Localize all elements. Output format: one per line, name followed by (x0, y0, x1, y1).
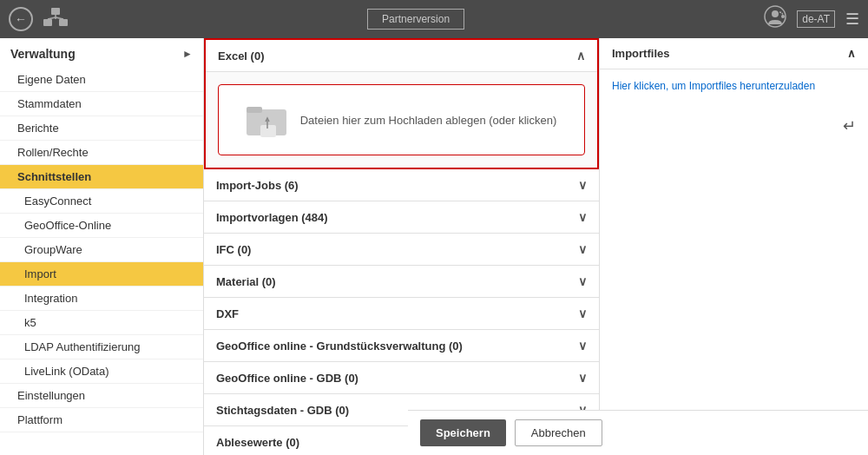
return-icon[interactable]: ↵ (600, 109, 868, 142)
accordion-geooffice-grundstueck-label: GeoOffice online - Grundstücksverwaltung… (216, 340, 463, 353)
accordion-excel-body: Dateien hier zum Hochladen ablegen (oder… (206, 72, 597, 168)
header: ← Partnerversion de-AT ☰ (0, 0, 868, 38)
sidebar-item-groupware[interactable]: GroupWare (0, 238, 203, 262)
chevron-down-icon: ∨ (578, 210, 587, 224)
sidebar-item-livelink[interactable]: LiveLink (OData) (0, 359, 203, 384)
svg-point-8 (781, 15, 785, 18)
layout: Verwaltung ► Eigene Daten Stammdaten Ber… (0, 38, 868, 455)
save-button[interactable]: Speichern (420, 419, 506, 446)
sidebar-item-ldap[interactable]: LDAP Authentifizierung (0, 335, 203, 359)
chevron-down-icon: ∨ (578, 242, 587, 256)
accordion-geooffice-gdb-label: GeoOffice online - GDB (0) (216, 372, 358, 385)
chevron-down-icon: ∨ (578, 178, 587, 192)
importfiles-body: Hier klicken, um Importfiles herunterzul… (600, 69, 868, 109)
svg-rect-0 (51, 8, 60, 15)
svg-point-7 (772, 10, 779, 17)
accordion-excel-label: Excel (0) (218, 49, 264, 63)
accordion-ablesewerte-label: Ablesewerte (0) (216, 436, 299, 449)
accordion-geooffice-grundstueck-header[interactable]: GeoOffice online - Grundstücksverwaltung… (204, 330, 599, 361)
sidebar-item-integration[interactable]: Integration (0, 287, 203, 311)
bottom-bar: Speichern Abbrechen (408, 410, 868, 455)
svg-line-5 (56, 17, 63, 19)
sidebar-item-eigene-daten[interactable]: Eigene Daten (0, 68, 203, 92)
svg-line-4 (48, 17, 56, 19)
back-button[interactable]: ← (9, 7, 33, 31)
org-icon (43, 8, 68, 31)
sidebar-item-rollen-rechte[interactable]: Rollen/Rechte (0, 141, 203, 165)
accordion-importvorlagen: Importvorlagen (484) ∨ (204, 201, 599, 234)
importfiles-download-link[interactable]: Hier klicken, um Importfiles herunterzul… (612, 80, 856, 92)
chevron-down-icon: ∨ (578, 371, 587, 385)
sidebar: Verwaltung ► Eigene Daten Stammdaten Ber… (0, 38, 204, 455)
hamburger-icon[interactable]: ☰ (845, 10, 859, 29)
sidebar-item-plattform[interactable]: Plattform (0, 408, 203, 432)
user-icon (764, 5, 786, 33)
accordion-dxf-header[interactable]: DXF ∨ (204, 298, 599, 329)
accordion-geooffice-grundstueck: GeoOffice online - Grundstücksverwaltung… (204, 330, 599, 362)
importfiles-panel: Importfiles ∧ Hier klicken, um Importfil… (599, 38, 868, 455)
language-badge: de-AT (797, 10, 835, 28)
sidebar-item-k5[interactable]: k5 (0, 311, 203, 335)
chevron-up-importfiles-icon: ∧ (847, 47, 856, 60)
header-right: de-AT ☰ (764, 5, 859, 33)
accordion-dxf-label: DXF (216, 307, 239, 320)
accordion-import-jobs-label: Import-Jobs (6) (216, 179, 299, 192)
accordion-ifc-header[interactable]: IFC (0) ∨ (204, 234, 599, 265)
sidebar-item-stammdaten[interactable]: Stammdaten (0, 92, 203, 116)
cancel-button[interactable]: Abbrechen (515, 419, 602, 446)
accordion-ifc: IFC (0) ∨ (204, 234, 599, 266)
chevron-up-icon: ∧ (576, 49, 585, 63)
main-content: Excel (0) ∧ (204, 38, 868, 455)
accordion-material-header[interactable]: Material (0) ∨ (204, 266, 599, 297)
svg-rect-11 (260, 125, 276, 137)
accordion-importvorlagen-header[interactable]: Importvorlagen (484) ∨ (204, 201, 599, 233)
chevron-right-icon: ► (182, 48, 193, 60)
header-left: ← (9, 7, 68, 31)
content-area: Excel (0) ∧ (204, 38, 599, 455)
importfiles-title: Importfiles (612, 47, 669, 60)
accordion-importvorlagen-label: Importvorlagen (484) (216, 211, 328, 224)
svg-rect-10 (247, 107, 262, 113)
sidebar-item-berichte[interactable]: Berichte (0, 116, 203, 141)
sidebar-item-easyconnect[interactable]: EasyConnect (0, 189, 203, 214)
sidebar-item-geooffice-online[interactable]: GeoOffice-Online (0, 214, 203, 238)
dropzone-text: Dateien hier zum Hochladen ablegen (oder… (300, 114, 557, 127)
accordion-material-label: Material (0) (216, 275, 276, 288)
importfiles-header[interactable]: Importfiles ∧ (600, 38, 868, 69)
folder-icon (247, 102, 288, 137)
svg-rect-1 (43, 19, 52, 26)
accordion-stichtagsdaten-label: Stichtagsdaten - GDB (0) (216, 404, 349, 417)
sidebar-section-label: Verwaltung (10, 47, 76, 61)
sidebar-item-einstellungen[interactable]: Einstellungen (0, 384, 203, 408)
chevron-down-icon: ∨ (578, 307, 587, 320)
accordion-import-jobs: Import-Jobs (6) ∨ (204, 169, 599, 201)
svg-rect-2 (59, 19, 68, 26)
accordion-import-jobs-header[interactable]: Import-Jobs (6) ∨ (204, 169, 599, 201)
chevron-down-icon: ∨ (578, 339, 587, 353)
accordion-geooffice-gdb-header[interactable]: GeoOffice online - GDB (0) ∨ (204, 362, 599, 393)
chevron-down-icon: ∨ (578, 274, 587, 288)
partner-version-button[interactable]: Partnerversion (367, 9, 464, 30)
sidebar-item-schnittstellen[interactable]: Schnittstellen (0, 165, 203, 189)
accordion-excel-header[interactable]: Excel (0) ∧ (206, 40, 597, 72)
header-center: Partnerversion (367, 9, 464, 30)
accordion-excel: Excel (0) ∧ (204, 38, 599, 169)
accordion-material: Material (0) ∨ (204, 266, 599, 298)
sidebar-item-import[interactable]: Import (0, 262, 203, 287)
accordion-ifc-label: IFC (0) (216, 243, 251, 256)
sidebar-section-verwaltung[interactable]: Verwaltung ► (0, 38, 203, 68)
accordion-dxf: DXF ∨ (204, 298, 599, 330)
accordion-geooffice-gdb: GeoOffice online - GDB (0) ∨ (204, 362, 599, 394)
file-drop-zone[interactable]: Dateien hier zum Hochladen ablegen (oder… (218, 84, 585, 155)
